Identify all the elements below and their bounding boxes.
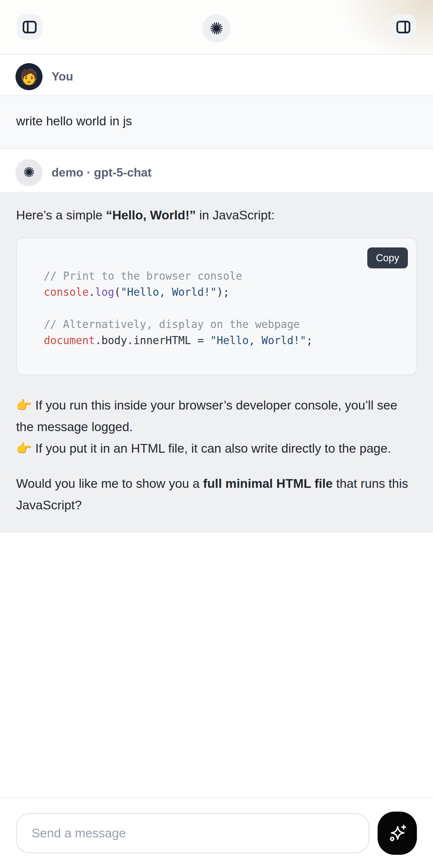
- message-input[interactable]: [16, 813, 369, 853]
- assistant-tips-text: 👉 If you run this inside your browser’s …: [16, 394, 417, 459]
- chat-thread: 🧑 You write hello world in js: [0, 55, 433, 533]
- assistant-intro-text: Here’s a simple “Hello, World!” in JavaS…: [16, 206, 417, 224]
- assistant-message-header: demo · gpt-5-chat: [0, 149, 433, 192]
- right-panel-toggle-button[interactable]: [391, 14, 416, 40]
- user-author-label: You: [52, 70, 73, 84]
- message-composer: [0, 798, 433, 868]
- code-block: Copy // Print to the browser consolecons…: [16, 238, 417, 375]
- code-content: // Print to the browser consoleconsole.l…: [44, 268, 406, 349]
- assistant-followup-text: Would you like me to show you a full min…: [16, 473, 417, 516]
- starburst-logo-icon: [209, 20, 224, 36]
- user-message-header: 🧑 You: [0, 55, 433, 95]
- send-button[interactable]: [378, 812, 417, 855]
- copy-code-button[interactable]: Copy: [367, 247, 408, 269]
- assistant-message-bubble: Here’s a simple “Hello, World!” in JavaS…: [0, 192, 433, 533]
- sparkle-icon: [386, 822, 408, 844]
- assistant-author-label: demo · gpt-5-chat: [52, 166, 151, 180]
- panel-right-icon: [395, 19, 412, 35]
- top-toolbar: [0, 0, 433, 55]
- empty-scroll-area: [0, 533, 433, 798]
- app-logo-button[interactable]: [202, 14, 231, 42]
- person-emoji: 🧑: [20, 69, 38, 84]
- user-message-text: write hello world in js: [16, 114, 132, 128]
- starburst-avatar-icon: [22, 165, 36, 180]
- user-avatar: 🧑: [16, 63, 42, 90]
- user-message-bubble: write hello world in js: [0, 95, 433, 149]
- panel-left-icon: [21, 19, 38, 35]
- assistant-avatar: [16, 159, 42, 186]
- left-sidebar-toggle-button[interactable]: [17, 14, 42, 40]
